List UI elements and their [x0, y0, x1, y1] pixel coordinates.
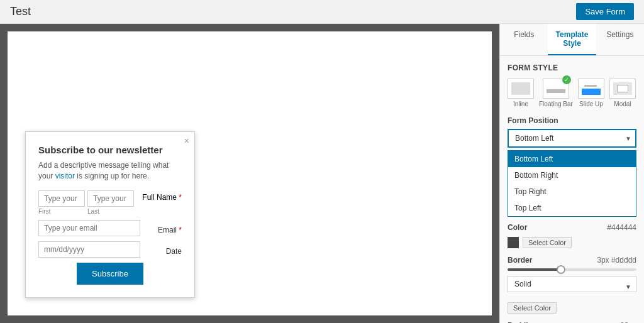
style-option-slide-up-box [578, 79, 604, 99]
highlight-text: visitor [55, 172, 75, 180]
name-pair [38, 190, 134, 207]
save-form-button[interactable]: Save Form [576, 3, 634, 20]
page-title: Test [10, 5, 31, 18]
panel-content: Form Style Inline Floating Bar [500, 56, 644, 323]
modal-inner-icon [617, 85, 628, 92]
style-option-inline-box [508, 79, 534, 99]
first-name-input[interactable] [38, 190, 85, 207]
dropdown-item-bottom-right[interactable]: Bottom Right [508, 167, 636, 183]
slide-up-line [584, 85, 597, 87]
close-icon[interactable]: × [184, 136, 189, 146]
slide-up-icon [582, 82, 601, 95]
full-name-inputs: First Last [38, 190, 134, 215]
top-bar: Test Save Form [0, 0, 644, 24]
color-swatch-row: Select Color [508, 237, 636, 248]
email-input[interactable] [38, 220, 140, 236]
tab-settings[interactable]: Settings [596, 24, 644, 55]
main-layout: × Subscribe to our newsletter Add a desc… [0, 24, 644, 323]
panel-tabs: Fields Template Style Settings [500, 24, 644, 56]
color-swatch [508, 237, 519, 248]
border-style-wrapper: Solid Dashed Dotted None ▼ [508, 276, 636, 297]
form-style-title: Form Style [508, 63, 636, 72]
color-row: Color #444444 [508, 223, 636, 232]
full-name-label: Full Name * [138, 190, 182, 202]
border-color-select-button[interactable]: Select Color [508, 302, 557, 314]
date-label: Date [144, 243, 182, 256]
email-label: Email * [144, 222, 182, 234]
slider-track [508, 268, 636, 271]
border-style-select[interactable]: Solid Dashed Dotted None [508, 276, 636, 292]
style-option-floating-bar[interactable]: Floating Bar [539, 79, 573, 107]
canvas-inner: × Subscribe to our newsletter Add a desc… [8, 31, 492, 315]
style-option-modal-box [609, 79, 636, 99]
dropdown-item-top-right[interactable]: Top Right [508, 183, 636, 200]
style-option-slide-up[interactable]: Slide Up [578, 79, 604, 107]
required-marker: * [179, 193, 182, 202]
form-modal: × Subscribe to our newsletter Add a desc… [25, 131, 195, 298]
first-label: First [38, 208, 85, 215]
border-value: 3px #ddddd [597, 256, 636, 265]
style-option-inline[interactable]: Inline [508, 79, 534, 107]
email-required: * [179, 226, 182, 234]
floating-bar-label: Floating Bar [539, 101, 573, 107]
date-input[interactable] [38, 241, 140, 258]
dropdown-item-top-left[interactable]: Top Left [508, 200, 636, 216]
tab-fields[interactable]: Fields [500, 24, 548, 55]
form-modal-description: Add a descriptive message telling what y… [38, 160, 182, 182]
border-label: Border [508, 256, 532, 265]
form-position-label: Form Position [508, 116, 636, 125]
modal-label: Modal [614, 101, 631, 107]
date-row: Date [38, 241, 182, 258]
right-panel: Fields Template Style Settings Form Styl… [499, 24, 644, 323]
dropdown-item-bottom-left[interactable]: Bottom Left [508, 151, 636, 167]
form-position-select[interactable]: Bottom Left Bottom Right Top Right Top L… [508, 129, 636, 148]
floating-bar-icon [547, 89, 565, 93]
full-name-row: First Last Full Name * [38, 190, 182, 215]
modal-icon [613, 82, 632, 95]
form-modal-title: Subscribe to our newsletter [38, 145, 182, 155]
slider-fill [508, 268, 559, 271]
last-name-input[interactable] [87, 190, 134, 207]
border-color-row: Select Color [508, 302, 636, 314]
inline-icon [511, 82, 530, 95]
slide-up-label: Slide Up [579, 101, 603, 107]
tab-template-style[interactable]: Template Style [548, 24, 596, 55]
slider-thumb[interactable] [557, 265, 565, 274]
color-label: Color [508, 223, 527, 232]
border-slider [508, 268, 636, 271]
color-select-button[interactable]: Select Color [523, 237, 572, 248]
inline-label: Inline [513, 101, 528, 107]
style-option-modal[interactable]: Modal [609, 79, 636, 107]
subscribe-button[interactable]: Subscribe [77, 263, 143, 285]
style-option-floating-bar-box [543, 79, 569, 99]
form-style-options: Inline Floating Bar [508, 79, 636, 107]
color-value: #444444 [607, 223, 636, 232]
border-row: Border 3px #ddddd [508, 256, 636, 265]
position-dropdown-open: Bottom Left Bottom Right Top Right Top L… [508, 150, 636, 217]
email-row: Email * [38, 220, 182, 236]
slide-up-bar [582, 89, 601, 95]
form-position-select-wrapper: Bottom Left Bottom Right Top Right Top L… [508, 129, 636, 148]
canvas-area: × Subscribe to our newsletter Add a desc… [0, 24, 499, 323]
last-label: Last [87, 208, 134, 215]
